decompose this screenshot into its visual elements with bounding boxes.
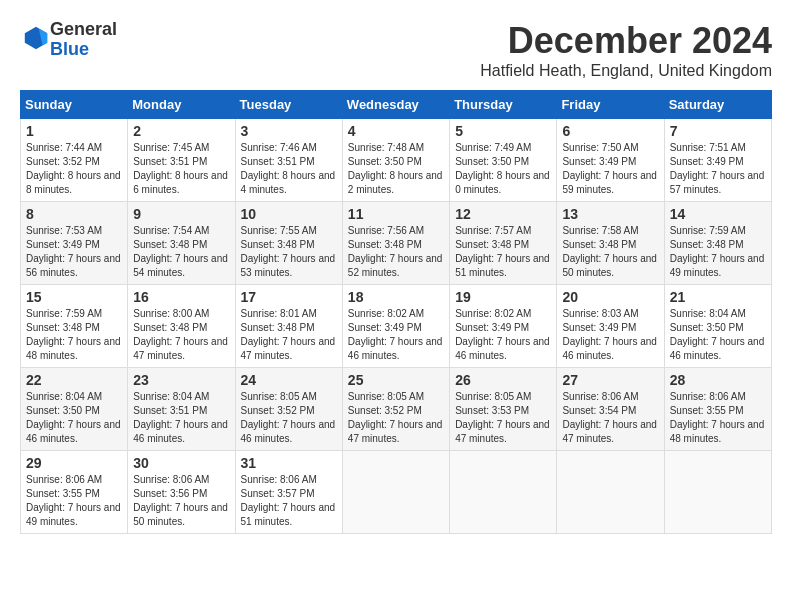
day-number: 29 xyxy=(26,455,122,471)
calendar-cell: 30 Sunrise: 8:06 AM Sunset: 3:56 PM Dayl… xyxy=(128,451,235,534)
day-info: Sunrise: 8:05 AM Sunset: 3:53 PM Dayligh… xyxy=(455,391,550,444)
day-info: Sunrise: 7:44 AM Sunset: 3:52 PM Dayligh… xyxy=(26,142,121,195)
day-info: Sunrise: 7:58 AM Sunset: 3:48 PM Dayligh… xyxy=(562,225,657,278)
day-info: Sunrise: 7:45 AM Sunset: 3:51 PM Dayligh… xyxy=(133,142,228,195)
day-info: Sunrise: 7:50 AM Sunset: 3:49 PM Dayligh… xyxy=(562,142,657,195)
day-info: Sunrise: 8:04 AM Sunset: 3:50 PM Dayligh… xyxy=(26,391,121,444)
day-info: Sunrise: 7:54 AM Sunset: 3:48 PM Dayligh… xyxy=(133,225,228,278)
header-thursday: Thursday xyxy=(450,91,557,119)
calendar-cell: 27 Sunrise: 8:06 AM Sunset: 3:54 PM Dayl… xyxy=(557,368,664,451)
calendar-cell: 24 Sunrise: 8:05 AM Sunset: 3:52 PM Dayl… xyxy=(235,368,342,451)
calendar-week-2: 8 Sunrise: 7:53 AM Sunset: 3:49 PM Dayli… xyxy=(21,202,772,285)
header-sunday: Sunday xyxy=(21,91,128,119)
day-info: Sunrise: 7:53 AM Sunset: 3:49 PM Dayligh… xyxy=(26,225,121,278)
day-info: Sunrise: 7:48 AM Sunset: 3:50 PM Dayligh… xyxy=(348,142,443,195)
title-section: December 2024 Hatfield Heath, England, U… xyxy=(480,20,772,80)
day-info: Sunrise: 7:49 AM Sunset: 3:50 PM Dayligh… xyxy=(455,142,550,195)
calendar-cell xyxy=(342,451,449,534)
calendar-header-row: SundayMondayTuesdayWednesdayThursdayFrid… xyxy=(21,91,772,119)
calendar-cell: 7 Sunrise: 7:51 AM Sunset: 3:49 PM Dayli… xyxy=(664,119,771,202)
day-number: 14 xyxy=(670,206,766,222)
day-info: Sunrise: 8:06 AM Sunset: 3:55 PM Dayligh… xyxy=(26,474,121,527)
calendar-table: SundayMondayTuesdayWednesdayThursdayFrid… xyxy=(20,90,772,534)
day-number: 1 xyxy=(26,123,122,139)
day-info: Sunrise: 8:06 AM Sunset: 3:56 PM Dayligh… xyxy=(133,474,228,527)
calendar-cell: 15 Sunrise: 7:59 AM Sunset: 3:48 PM Dayl… xyxy=(21,285,128,368)
day-info: Sunrise: 8:06 AM Sunset: 3:54 PM Dayligh… xyxy=(562,391,657,444)
day-number: 24 xyxy=(241,372,337,388)
calendar-cell: 3 Sunrise: 7:46 AM Sunset: 3:51 PM Dayli… xyxy=(235,119,342,202)
day-number: 15 xyxy=(26,289,122,305)
day-info: Sunrise: 8:03 AM Sunset: 3:49 PM Dayligh… xyxy=(562,308,657,361)
day-number: 6 xyxy=(562,123,658,139)
calendar-cell: 6 Sunrise: 7:50 AM Sunset: 3:49 PM Dayli… xyxy=(557,119,664,202)
day-number: 23 xyxy=(133,372,229,388)
day-info: Sunrise: 8:01 AM Sunset: 3:48 PM Dayligh… xyxy=(241,308,336,361)
calendar-cell: 19 Sunrise: 8:02 AM Sunset: 3:49 PM Dayl… xyxy=(450,285,557,368)
day-info: Sunrise: 7:59 AM Sunset: 3:48 PM Dayligh… xyxy=(26,308,121,361)
header-monday: Monday xyxy=(128,91,235,119)
calendar-cell: 10 Sunrise: 7:55 AM Sunset: 3:48 PM Dayl… xyxy=(235,202,342,285)
day-number: 10 xyxy=(241,206,337,222)
day-info: Sunrise: 7:56 AM Sunset: 3:48 PM Dayligh… xyxy=(348,225,443,278)
logo: General Blue xyxy=(20,20,117,60)
calendar-cell: 18 Sunrise: 8:02 AM Sunset: 3:49 PM Dayl… xyxy=(342,285,449,368)
calendar-cell: 28 Sunrise: 8:06 AM Sunset: 3:55 PM Dayl… xyxy=(664,368,771,451)
page-header: General Blue December 2024 Hatfield Heat… xyxy=(20,20,772,80)
logo-blue: Blue xyxy=(50,40,117,60)
day-number: 17 xyxy=(241,289,337,305)
day-info: Sunrise: 8:04 AM Sunset: 3:51 PM Dayligh… xyxy=(133,391,228,444)
calendar-week-1: 1 Sunrise: 7:44 AM Sunset: 3:52 PM Dayli… xyxy=(21,119,772,202)
calendar-week-3: 15 Sunrise: 7:59 AM Sunset: 3:48 PM Dayl… xyxy=(21,285,772,368)
calendar-cell: 29 Sunrise: 8:06 AM Sunset: 3:55 PM Dayl… xyxy=(21,451,128,534)
day-number: 2 xyxy=(133,123,229,139)
calendar-cell: 20 Sunrise: 8:03 AM Sunset: 3:49 PM Dayl… xyxy=(557,285,664,368)
day-info: Sunrise: 8:06 AM Sunset: 3:57 PM Dayligh… xyxy=(241,474,336,527)
header-saturday: Saturday xyxy=(664,91,771,119)
calendar-cell: 1 Sunrise: 7:44 AM Sunset: 3:52 PM Dayli… xyxy=(21,119,128,202)
day-number: 7 xyxy=(670,123,766,139)
day-info: Sunrise: 7:57 AM Sunset: 3:48 PM Dayligh… xyxy=(455,225,550,278)
day-number: 30 xyxy=(133,455,229,471)
day-number: 27 xyxy=(562,372,658,388)
calendar-cell: 13 Sunrise: 7:58 AM Sunset: 3:48 PM Dayl… xyxy=(557,202,664,285)
calendar-cell: 23 Sunrise: 8:04 AM Sunset: 3:51 PM Dayl… xyxy=(128,368,235,451)
calendar-cell: 22 Sunrise: 8:04 AM Sunset: 3:50 PM Dayl… xyxy=(21,368,128,451)
calendar-cell: 17 Sunrise: 8:01 AM Sunset: 3:48 PM Dayl… xyxy=(235,285,342,368)
calendar-cell: 12 Sunrise: 7:57 AM Sunset: 3:48 PM Dayl… xyxy=(450,202,557,285)
calendar-cell xyxy=(664,451,771,534)
day-number: 3 xyxy=(241,123,337,139)
day-info: Sunrise: 8:04 AM Sunset: 3:50 PM Dayligh… xyxy=(670,308,765,361)
day-number: 4 xyxy=(348,123,444,139)
calendar-cell: 21 Sunrise: 8:04 AM Sunset: 3:50 PM Dayl… xyxy=(664,285,771,368)
day-info: Sunrise: 7:51 AM Sunset: 3:49 PM Dayligh… xyxy=(670,142,765,195)
day-number: 19 xyxy=(455,289,551,305)
day-number: 9 xyxy=(133,206,229,222)
day-number: 11 xyxy=(348,206,444,222)
day-info: Sunrise: 7:59 AM Sunset: 3:48 PM Dayligh… xyxy=(670,225,765,278)
calendar-cell: 16 Sunrise: 8:00 AM Sunset: 3:48 PM Dayl… xyxy=(128,285,235,368)
day-number: 8 xyxy=(26,206,122,222)
calendar-cell: 14 Sunrise: 7:59 AM Sunset: 3:48 PM Dayl… xyxy=(664,202,771,285)
day-info: Sunrise: 8:05 AM Sunset: 3:52 PM Dayligh… xyxy=(241,391,336,444)
calendar-cell: 2 Sunrise: 7:45 AM Sunset: 3:51 PM Dayli… xyxy=(128,119,235,202)
location-title: Hatfield Heath, England, United Kingdom xyxy=(480,62,772,80)
calendar-cell: 31 Sunrise: 8:06 AM Sunset: 3:57 PM Dayl… xyxy=(235,451,342,534)
header-tuesday: Tuesday xyxy=(235,91,342,119)
day-info: Sunrise: 8:02 AM Sunset: 3:49 PM Dayligh… xyxy=(348,308,443,361)
header-wednesday: Wednesday xyxy=(342,91,449,119)
calendar-cell: 26 Sunrise: 8:05 AM Sunset: 3:53 PM Dayl… xyxy=(450,368,557,451)
calendar-cell: 11 Sunrise: 7:56 AM Sunset: 3:48 PM Dayl… xyxy=(342,202,449,285)
header-friday: Friday xyxy=(557,91,664,119)
day-info: Sunrise: 7:46 AM Sunset: 3:51 PM Dayligh… xyxy=(241,142,336,195)
day-number: 21 xyxy=(670,289,766,305)
month-title: December 2024 xyxy=(480,20,772,62)
day-info: Sunrise: 8:02 AM Sunset: 3:49 PM Dayligh… xyxy=(455,308,550,361)
day-number: 25 xyxy=(348,372,444,388)
logo-icon xyxy=(22,24,50,52)
day-info: Sunrise: 8:05 AM Sunset: 3:52 PM Dayligh… xyxy=(348,391,443,444)
day-number: 13 xyxy=(562,206,658,222)
day-info: Sunrise: 7:55 AM Sunset: 3:48 PM Dayligh… xyxy=(241,225,336,278)
calendar-cell xyxy=(557,451,664,534)
day-number: 22 xyxy=(26,372,122,388)
